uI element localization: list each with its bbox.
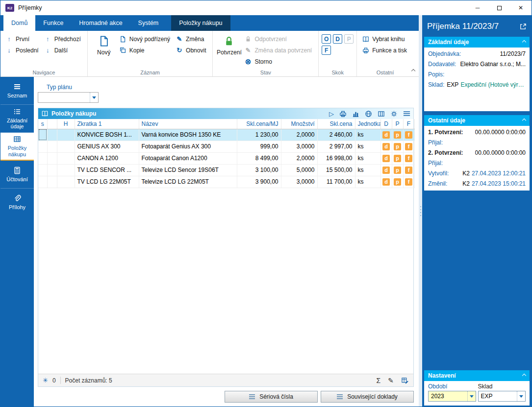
open-in-window-icon[interactable]	[519, 23, 527, 30]
table-row[interactable]: GENIUS AX 300 Fotoaparát Genius AX 300 9…	[38, 141, 414, 152]
menu-icon	[337, 394, 343, 399]
copy-button[interactable]: Kopie	[117, 45, 174, 56]
sidebar-item-zakladni-udaje[interactable]: Základní údaje	[0, 105, 34, 133]
unconfirm-button[interactable]: Odpotvrzení	[242, 33, 315, 45]
tab-system[interactable]: Systém	[130, 15, 167, 31]
row-h-cell	[57, 164, 75, 176]
cell-d-flag: d	[380, 152, 392, 164]
field-label: Dodavatel:	[428, 59, 456, 70]
settings-gear-icon[interactable]	[390, 110, 398, 118]
dropdown-arrow-button[interactable]	[517, 391, 525, 401]
chevron-down-icon	[470, 395, 474, 398]
sidebar-item-prilohy[interactable]: Přílohy	[0, 189, 34, 216]
field-value-code: EXP	[447, 80, 458, 90]
table-row[interactable]: TV LCD SENCOR ... Televize LCD Sencor 19…	[38, 164, 414, 176]
sidebar-item-uctovani[interactable]: Účtování	[0, 161, 34, 189]
tab-funkce[interactable]: Funkce	[35, 15, 71, 31]
minimize-icon: ─	[476, 4, 480, 11]
related-documents-button[interactable]: Související doklady	[321, 391, 414, 403]
maximize-button[interactable]	[488, 0, 510, 15]
condition-icon[interactable]: ✳	[43, 377, 48, 384]
warehouse-dropdown[interactable]: EXP	[478, 391, 526, 402]
new-button[interactable]: Nový	[91, 33, 117, 56]
document-child-icon	[119, 36, 127, 43]
new-child-button[interactable]: Nový podřízený	[117, 33, 174, 45]
section-header-ostatni[interactable]: Ostatní údaje	[424, 115, 530, 126]
serial-numbers-button[interactable]: Sériová čísla	[225, 391, 318, 403]
storno-button[interactable]: ⊗ Storno	[242, 56, 315, 67]
col-header-cena-mj[interactable]: Skl.cena/MJ	[237, 119, 281, 129]
tab-polozky-nakupu[interactable]: Položky nákupu	[171, 15, 230, 31]
ribbon-collapse-button[interactable]	[412, 67, 415, 74]
section-header-zakladni[interactable]: Základní údaje	[424, 37, 530, 48]
col-header-f[interactable]: F	[403, 119, 414, 129]
document-title: Příjemka 11/2023/7	[427, 22, 499, 31]
col-header-jednotka[interactable]: Jednotka	[355, 119, 380, 129]
close-button[interactable]: ✕	[510, 0, 532, 15]
table-edit-icon[interactable]	[401, 377, 409, 384]
cell-f-flag: f	[403, 176, 414, 188]
table-row[interactable]: TV LCD LG 22M05T Televize LCD LG 22M05T …	[38, 176, 414, 188]
confirm-button[interactable]: Potvrzení	[216, 33, 242, 56]
col-header-cena[interactable]: Skl.cena	[317, 119, 355, 129]
functions-print-button[interactable]: Funkce a tisk	[360, 45, 410, 56]
first-button[interactable]: ↑První	[3, 33, 42, 45]
sum-icon[interactable]: Σ	[377, 377, 381, 384]
next-label: Další	[54, 47, 68, 54]
jump-d-button[interactable]: D	[333, 34, 342, 44]
edit-pencil-icon[interactable]: ✎	[388, 377, 394, 384]
confirm-label: Potvrzení	[217, 49, 242, 56]
col-header-h[interactable]: H	[57, 119, 75, 129]
row-blank-cell	[47, 152, 57, 164]
jump-p-button[interactable]: P	[344, 34, 354, 44]
previous-button[interactable]: ↑Předchozí	[42, 33, 84, 45]
sidebar-item-seznam[interactable]: Seznam	[0, 77, 34, 105]
select-book-button[interactable]: Vybrat knihu	[360, 33, 410, 45]
col-header-blank[interactable]	[47, 119, 57, 129]
group-label-stav: Stav	[213, 70, 318, 75]
table-grid-icon	[13, 135, 22, 143]
next-button[interactable]: ↓Další	[42, 45, 84, 56]
period-dropdown[interactable]: 2023	[428, 391, 476, 402]
change-confirm-date-button[interactable]: ✎ Změna data potvrzení	[242, 45, 315, 56]
col-header-d[interactable]: D	[380, 119, 392, 129]
col-header-nazev[interactable]: Název	[139, 119, 237, 129]
field-value-date: 27.04.2023 15:00:21	[472, 179, 526, 189]
refresh-button[interactable]: ↻Obnovit	[174, 45, 209, 56]
change-button[interactable]: ✎Změna	[174, 33, 209, 45]
col-header-mnozstvi[interactable]: Množství	[281, 119, 317, 129]
cell-nazev: Varná konvice BOSH 1350 KE	[139, 129, 237, 141]
jump-f-button[interactable]: F	[322, 46, 331, 55]
dropdown-arrow-button[interactable]	[90, 93, 98, 102]
field-label: Přijal:	[428, 158, 443, 168]
last-button[interactable]: ↓Poslední	[3, 45, 42, 56]
field-value: 00.00.0000 0:00:00	[475, 148, 526, 158]
col-header-zkratka[interactable]: Zkratka 1	[75, 119, 139, 129]
row-blank-cell	[47, 176, 57, 188]
field-objednavka: Objednávka: 11/2023/7	[424, 49, 530, 59]
chart-icon[interactable]	[352, 110, 359, 118]
table-row[interactable]: KONVICE BOSH 1... Varná konvice BOSH 135…	[38, 129, 414, 141]
dropdown-arrow-button[interactable]	[467, 391, 476, 401]
menu-icon[interactable]	[403, 111, 410, 117]
run-icon[interactable]: ▷	[329, 110, 334, 118]
grid-status-bar: ✳ 0 Počet záznamů: 5 Σ ✎	[38, 374, 413, 386]
tab-domu[interactable]: Domů	[3, 15, 35, 31]
columns-icon[interactable]	[378, 110, 385, 118]
print-icon[interactable]	[339, 110, 347, 118]
chevron-down-icon	[519, 395, 523, 398]
panel-splitter[interactable]	[419, 15, 422, 407]
web-icon[interactable]	[365, 110, 372, 118]
col-header-s[interactable]: s	[38, 119, 47, 129]
table-row[interactable]: CANON A 1200 Fotoaparát Canon A1200 8 49…	[38, 152, 414, 164]
sidebar-item-polozky-nakupu[interactable]: Položky nákupu	[0, 133, 34, 161]
cell-cena-mj: 1 230,00	[237, 129, 281, 141]
minimize-button[interactable]: ─	[467, 0, 488, 15]
jump-o-button[interactable]: O	[322, 34, 331, 44]
grid-empty-area	[38, 188, 413, 374]
plan-type-dropdown[interactable]	[38, 92, 99, 103]
tab-hromadne-akce[interactable]: Hromadné akce	[71, 15, 130, 31]
section-header-nastaveni[interactable]: Nastavení	[424, 370, 530, 381]
col-header-p[interactable]: P	[392, 119, 403, 129]
detail-panel: Příjemka 11/2023/7 Základní údaje Objedn…	[422, 15, 532, 407]
